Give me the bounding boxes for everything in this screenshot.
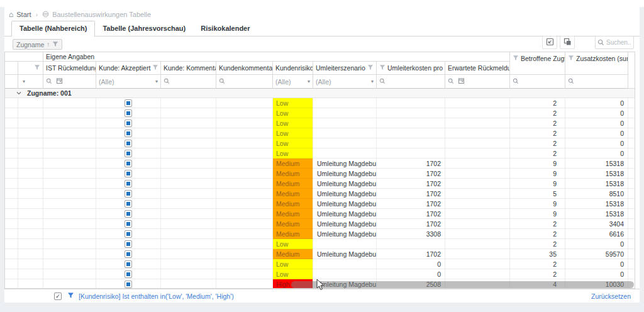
cell-kundenkommentar[interactable] bbox=[216, 249, 273, 259]
cell-status[interactable] bbox=[18, 249, 43, 259]
cell-status[interactable] bbox=[18, 169, 43, 179]
cell-kunde-kommentar[interactable] bbox=[161, 108, 216, 118]
group-row[interactable]: Zugname: 001 bbox=[5, 89, 635, 98]
cell-kundenkommentar[interactable] bbox=[216, 138, 273, 148]
filter-panel-checkbox[interactable]: ✓ bbox=[54, 292, 62, 300]
cell-zusatzkosten-summe[interactable]: 0 bbox=[565, 148, 628, 159]
tab-risikokalender[interactable]: Risikokalender bbox=[193, 21, 257, 36]
cell-umleiterkosten-pro-zug[interactable]: 0 bbox=[377, 259, 445, 269]
cell-ist-rueckmeldung[interactable] bbox=[43, 239, 96, 249]
column-header-kundenkommentar[interactable]: Kundenkommentar bbox=[216, 62, 273, 75]
filter-cell-kundenkommentar[interactable] bbox=[216, 75, 273, 89]
filter-cell-kundenrisiko[interactable]: (Alle)▾ bbox=[273, 75, 313, 89]
cell-kundenkommentar[interactable] bbox=[216, 159, 273, 169]
cell-umleiterkosten-pro-zug[interactable] bbox=[377, 98, 445, 108]
column-header-kundenrisiko[interactable]: Kundenrisiko bbox=[273, 62, 313, 75]
cell-betroffene-zugtage[interactable]: 9 bbox=[510, 169, 565, 179]
cell-kunde-akzeptiert[interactable] bbox=[96, 108, 161, 118]
cell-ist-rueckmeldung[interactable] bbox=[43, 249, 96, 259]
cell-kunde-akzeptiert[interactable] bbox=[96, 199, 161, 209]
risk-cell[interactable]: Low bbox=[273, 269, 313, 279]
column-header-kunde-akzeptiert[interactable]: Kunde: Akzeptiert bbox=[96, 62, 161, 75]
cell-kundenkommentar[interactable] bbox=[216, 189, 273, 199]
cell-erwartete-rueckmeldung[interactable] bbox=[445, 118, 510, 128]
cell-kunde-akzeptiert[interactable] bbox=[96, 98, 161, 108]
filter-cell-umleiterszenario[interactable]: (Alle)▾ bbox=[313, 75, 377, 89]
column-header-zusatzkosten-summe[interactable]: Zusatzkosten (summe) bbox=[565, 52, 628, 75]
cell-kundenkommentar[interactable] bbox=[216, 269, 273, 279]
risk-cell[interactable]: Medium bbox=[273, 219, 313, 229]
table-row[interactable]: MediumUmleitung Magdeburg SL170223404 bbox=[5, 219, 635, 229]
export-button[interactable] bbox=[542, 36, 557, 49]
risk-cell[interactable]: Medium bbox=[273, 169, 313, 179]
cell-umleiterszenario[interactable]: Umleitung Magdeburg SL bbox=[313, 159, 377, 169]
cell-kunde-kommentar[interactable] bbox=[161, 269, 216, 279]
table-row[interactable]: Low20 bbox=[5, 138, 635, 148]
cell-erwartete-rueckmeldung[interactable] bbox=[445, 189, 510, 199]
row-checkbox[interactable] bbox=[125, 109, 132, 117]
filter-cell-kunde-akzeptiert[interactable]: (Alle)▾ bbox=[96, 75, 161, 89]
cell-kunde-akzeptiert[interactable] bbox=[96, 189, 161, 199]
cell-ist-rueckmeldung[interactable] bbox=[43, 279, 96, 289]
cell-umleiterszenario[interactable] bbox=[313, 138, 377, 148]
filter-cell-kunde-kommentar[interactable] bbox=[161, 75, 216, 89]
cell-kundenkommentar[interactable] bbox=[216, 239, 273, 249]
table-row[interactable]: MediumUmleitung Magdeburg SL170258510 bbox=[5, 189, 635, 199]
cell-kundenkommentar[interactable] bbox=[216, 219, 273, 229]
cell-erwartete-rueckmeldung[interactable] bbox=[445, 199, 510, 209]
filter-icon[interactable] bbox=[52, 41, 58, 48]
table-row[interactable]: Low020 bbox=[5, 259, 635, 269]
risk-cell[interactable]: Medium bbox=[273, 179, 313, 189]
cell-betroffene-zugtage[interactable]: 5 bbox=[510, 189, 565, 199]
cell-erwartete-rueckmeldung[interactable] bbox=[445, 229, 510, 239]
cell-ist-rueckmeldung[interactable] bbox=[43, 259, 96, 269]
cell-kunde-akzeptiert[interactable] bbox=[96, 179, 161, 189]
filter-cell-ist-rueckmeldung[interactable] bbox=[43, 75, 96, 89]
cell-kundenkommentar[interactable] bbox=[216, 148, 273, 159]
risk-cell[interactable]: Low bbox=[273, 259, 313, 269]
filter-panel-text[interactable]: [Kundenrisiko] Ist enthalten in('Low', '… bbox=[79, 292, 234, 300]
cell-status[interactable] bbox=[18, 108, 43, 118]
cell-zusatzkosten-summe[interactable]: 0 bbox=[565, 98, 628, 108]
cell-kundenkommentar[interactable] bbox=[216, 98, 273, 108]
cell-umleiterkosten-pro-zug[interactable]: 1702 bbox=[377, 179, 445, 189]
cell-umleiterkosten-pro-zug[interactable] bbox=[377, 239, 445, 249]
cell-umleiterkosten-pro-zug[interactable]: 3308 bbox=[377, 229, 445, 239]
cell-zusatzkosten-summe[interactable]: 15318 bbox=[565, 169, 628, 179]
cell-erwartete-rueckmeldung[interactable] bbox=[445, 239, 510, 249]
cell-erwartete-rueckmeldung[interactable] bbox=[445, 269, 510, 279]
cell-zusatzkosten-summe[interactable]: 15318 bbox=[565, 179, 628, 189]
cell-kunde-kommentar[interactable] bbox=[161, 239, 216, 249]
risk-cell[interactable]: Low bbox=[273, 128, 313, 138]
header-filter-icon-status[interactable] bbox=[34, 64, 40, 72]
row-checkbox[interactable] bbox=[125, 120, 132, 127]
cell-zusatzkosten-summe[interactable]: 0 bbox=[565, 108, 628, 118]
filter-panel-filter-icon[interactable] bbox=[67, 292, 74, 300]
cell-kundenkommentar[interactable] bbox=[216, 179, 273, 189]
cell-kunde-kommentar[interactable] bbox=[161, 259, 216, 269]
cell-kunde-kommentar[interactable] bbox=[161, 138, 216, 148]
cell-status[interactable] bbox=[18, 98, 43, 108]
cell-status[interactable] bbox=[18, 189, 43, 199]
cell-umleiterkosten-pro-zug[interactable] bbox=[377, 138, 445, 148]
cell-status[interactable] bbox=[18, 269, 43, 279]
cell-erwartete-rueckmeldung[interactable] bbox=[445, 209, 510, 219]
cell-betroffene-zugtage[interactable]: 9 bbox=[510, 179, 565, 189]
cell-ist-rueckmeldung[interactable] bbox=[43, 209, 96, 219]
cell-erwartete-rueckmeldung[interactable] bbox=[445, 179, 510, 189]
filter-cell-erwartete-rueckmeldung[interactable] bbox=[445, 75, 510, 89]
cell-kunde-akzeptiert[interactable] bbox=[96, 259, 161, 269]
column-chooser-button[interactable] bbox=[560, 36, 575, 49]
cell-kunde-kommentar[interactable] bbox=[161, 189, 216, 199]
risk-cell[interactable]: Low bbox=[273, 108, 313, 118]
cell-umleiterszenario[interactable]: Umleitung Magdeburg SL bbox=[313, 199, 377, 209]
cell-kunde-akzeptiert[interactable] bbox=[96, 159, 161, 169]
cell-kunde-akzeptiert[interactable] bbox=[96, 138, 161, 148]
risk-cell[interactable]: Medium bbox=[273, 159, 313, 169]
cell-betroffene-zugtage[interactable]: 9 bbox=[510, 159, 565, 169]
header-filter-icon-betroffene-zugtage[interactable] bbox=[513, 55, 519, 62]
cell-zusatzkosten-summe[interactable]: 0 bbox=[565, 239, 628, 249]
cell-kunde-kommentar[interactable] bbox=[161, 128, 216, 138]
table-row[interactable]: MediumUmleitung Magdeburg SL1702915318 bbox=[5, 159, 635, 169]
search-input[interactable] bbox=[606, 39, 631, 46]
